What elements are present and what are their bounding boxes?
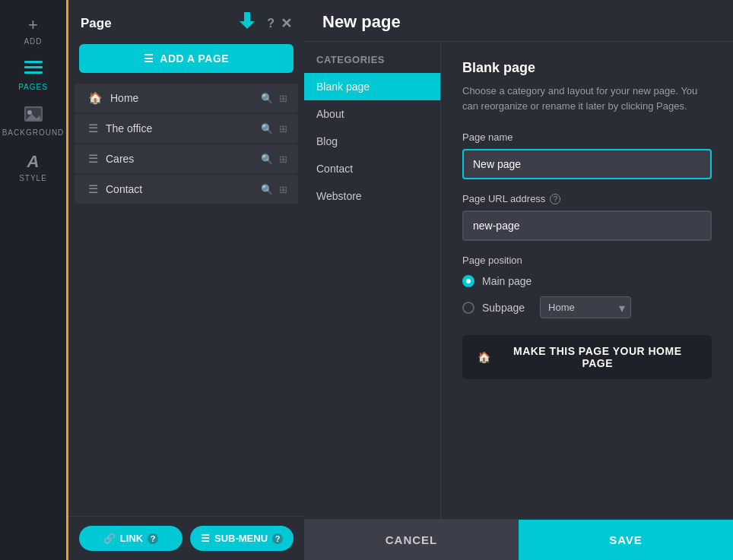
svg-rect-7 <box>244 12 250 23</box>
blank-page-content: Blank page Choose a category and layout … <box>441 42 733 519</box>
left-sidebar: + ADD PAGES BACKGROUND A STYLE <box>0 0 68 560</box>
add-page-label: ADD A PAGE <box>160 52 229 65</box>
search-icon-4[interactable]: 🔍 <box>261 184 273 195</box>
main-content: New page Categories Blank page About Blo… <box>304 0 733 560</box>
link-icon: 🔗 <box>103 533 116 544</box>
sidebar-item-add[interactable]: + ADD <box>0 8 66 53</box>
page-list: 🏠 Home 🔍 ⊞ ☰ The office 🔍 ⊞ ☰ Cares 🔍 ⊞ <box>68 82 304 516</box>
add-label: ADD <box>24 37 42 46</box>
grid-icon-2[interactable]: ⊞ <box>279 123 287 134</box>
subpage-radio-item[interactable]: Subpage Home The office Cares Contact <box>462 296 712 318</box>
category-blank[interactable]: Blank page <box>304 73 440 100</box>
pages-icon <box>24 61 43 81</box>
pages-label: PAGES <box>18 83 48 91</box>
svg-rect-1 <box>24 66 43 68</box>
save-button[interactable]: SAVE <box>519 520 733 560</box>
blank-page-title: Blank page <box>462 60 712 76</box>
categories-label: Categories <box>304 54 440 73</box>
modal-footer: CANCEL SAVE <box>304 519 733 560</box>
page-item-home[interactable]: 🏠 Home 🔍 ⊞ <box>75 84 298 112</box>
search-icon-3[interactable]: 🔍 <box>261 153 273 165</box>
sidebar-item-pages[interactable]: PAGES <box>0 53 66 99</box>
sidebar-item-style[interactable]: A STYLE <box>0 144 66 190</box>
contact-page-actions: 🔍 ⊞ <box>261 184 287 195</box>
page-item-office[interactable]: ☰ The office 🔍 ⊞ <box>75 114 298 143</box>
home-page-icon: 🏠 <box>88 91 103 105</box>
sidebar-item-background[interactable]: BACKGROUND <box>0 99 66 144</box>
add-icon: + <box>28 15 38 35</box>
submenu-help-icon: ? <box>272 533 283 544</box>
link-button[interactable]: 🔗 LINK ? <box>79 526 182 551</box>
page-item-cares[interactable]: ☰ Cares 🔍 ⊞ <box>75 144 298 173</box>
page-item-contact[interactable]: ☰ Contact 🔍 ⊞ <box>75 175 298 204</box>
submenu-icon: ☰ <box>201 533 210 544</box>
submenu-button[interactable]: ☰ SUB-MENU ? <box>190 526 294 551</box>
download-icon <box>236 11 258 36</box>
background-label: BACKGROUND <box>2 128 65 137</box>
subpage-label: Subpage <box>482 302 525 314</box>
main-page-radio-item[interactable]: Main page <box>462 275 712 287</box>
radio-group: Main page Subpage Home The office Cares … <box>462 275 712 318</box>
category-webstore[interactable]: Webstore <box>304 182 440 210</box>
page-panel-title: Page <box>81 16 236 31</box>
cares-page-actions: 🔍 ⊞ <box>261 153 287 165</box>
style-label: STYLE <box>19 174 47 182</box>
office-page-name: The office <box>106 122 261 134</box>
home-page-actions: 🔍 ⊞ <box>261 93 287 104</box>
grid-icon-3[interactable]: ⊞ <box>279 153 287 165</box>
page-url-label: Page URL address ? <box>462 193 712 204</box>
modal-header: New page <box>304 0 733 42</box>
page-panel: Page ? ✕ ☰ ADD A PAGE 🏠 Home 🔍 ⊞ ☰ The o… <box>68 0 304 560</box>
add-page-icon: ☰ <box>144 52 154 65</box>
category-about[interactable]: About <box>304 100 440 128</box>
home-page-btn-label: MAKE THIS PAGE YOUR HOME PAGE <box>499 345 697 369</box>
add-page-button[interactable]: ☰ ADD A PAGE <box>79 44 294 73</box>
url-info-icon: ? <box>550 194 560 204</box>
svg-rect-2 <box>24 71 43 74</box>
grid-icon[interactable]: ⊞ <box>279 93 287 104</box>
cares-page-icon: ☰ <box>88 152 98 166</box>
background-icon <box>24 106 43 126</box>
link-help-icon: ? <box>148 533 158 544</box>
svg-rect-0 <box>24 61 43 63</box>
subpage-radio[interactable] <box>462 302 474 314</box>
close-icon[interactable]: ✕ <box>281 15 292 32</box>
modal-body: Categories Blank page About Blog Contact… <box>304 42 733 519</box>
submenu-label: SUB-MENU <box>214 533 268 544</box>
new-page-modal: New page Categories Blank page About Blo… <box>304 0 733 560</box>
office-page-icon: ☰ <box>88 122 98 135</box>
link-label: LINK <box>120 533 143 544</box>
office-page-actions: 🔍 ⊞ <box>261 123 287 134</box>
blank-page-description: Choose a category and layout for your ne… <box>462 84 712 113</box>
svg-point-5 <box>27 110 32 115</box>
cancel-button[interactable]: CANCEL <box>304 520 519 560</box>
help-icon[interactable]: ? <box>267 17 274 30</box>
page-url-label-text: Page URL address <box>462 193 545 204</box>
home-icon: 🏠 <box>478 351 491 363</box>
page-name-input[interactable] <box>462 149 712 179</box>
page-name-label: Page name <box>462 131 712 143</box>
contact-page-icon: ☰ <box>88 182 98 196</box>
subpage-select-wrapper: Home The office Cares Contact <box>532 296 631 318</box>
search-icon[interactable]: 🔍 <box>261 93 273 104</box>
home-page-name: Home <box>110 92 261 104</box>
page-position-label: Page position <box>462 255 712 266</box>
categories-panel: Categories Blank page About Blog Contact… <box>304 42 441 519</box>
style-icon: A <box>27 152 40 172</box>
modal-title: New page <box>322 12 715 32</box>
page-panel-footer: 🔗 LINK ? ☰ SUB-MENU ? <box>68 516 304 560</box>
make-home-page-button[interactable]: 🏠 MAKE THIS PAGE YOUR HOME PAGE <box>462 335 712 379</box>
page-panel-header: Page ? ✕ <box>68 0 304 44</box>
svg-marker-8 <box>240 21 255 29</box>
cares-page-name: Cares <box>106 153 261 165</box>
grid-icon-4[interactable]: ⊞ <box>279 184 287 195</box>
main-page-radio[interactable] <box>462 275 474 287</box>
category-blog[interactable]: Blog <box>304 128 440 155</box>
page-url-input[interactable] <box>462 210 712 241</box>
contact-page-name: Contact <box>106 183 261 195</box>
search-icon-2[interactable]: 🔍 <box>261 123 273 134</box>
category-contact[interactable]: Contact <box>304 155 440 182</box>
main-page-label: Main page <box>482 275 532 287</box>
subpage-select[interactable]: Home The office Cares Contact <box>540 296 631 318</box>
